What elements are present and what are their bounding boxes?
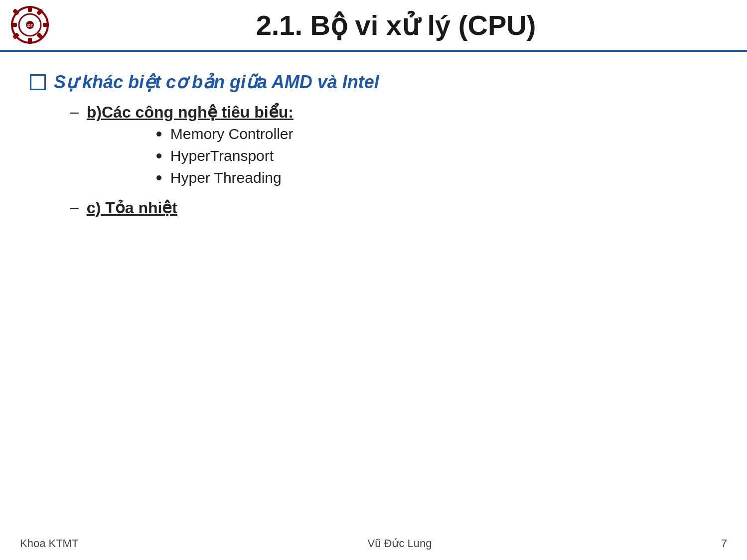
svg-text:IoT: IoT: [26, 23, 33, 28]
section-title: Sự khác biệt cơ bản giữa AMD và Intel: [54, 72, 379, 93]
svg-rect-10: [12, 8, 19, 15]
bullet-text: HyperTransport: [170, 147, 274, 164]
checkbox-icon: [30, 74, 46, 90]
dash-icon: –: [70, 103, 79, 121]
bullet-list: Memory Controller HyperTransport Hyper T…: [87, 126, 294, 186]
slide-body: Sự khác biệt cơ bản giữa AMD và Intel – …: [0, 52, 747, 262]
sub-item-label: c) Tỏa nhiệt: [87, 198, 177, 217]
dash-icon: –: [70, 198, 79, 217]
bullet-icon: [156, 175, 161, 180]
sub-item-label: b)Các công nghệ tiêu biểu:: [87, 103, 294, 121]
logo: IoT: [10, 5, 50, 45]
slide-footer: Khoa KTMT Vũ Đức Lung 7: [0, 537, 747, 550]
bullet-text: Hyper Threading: [170, 169, 282, 186]
footer-center: Vũ Đức Lung: [368, 537, 432, 550]
bullet-icon: [156, 153, 161, 158]
svg-rect-3: [28, 6, 32, 12]
slide-title: 2.1. Bộ vi xử lý (CPU): [60, 9, 732, 41]
slide-header: IoT 2.1. Bộ vi xử lý (CPU): [0, 0, 747, 52]
bullet-icon: [156, 132, 161, 137]
section-heading: Sự khác biệt cơ bản giữa AMD và Intel: [30, 72, 717, 93]
footer-left: Khoa KTMT: [20, 537, 78, 550]
list-item: – b)Các công nghệ tiêu biểu: Memory Cont…: [70, 103, 717, 193]
list-item: Hyper Threading: [156, 169, 294, 186]
bullet-text: Memory Controller: [170, 126, 294, 142]
svg-rect-5: [11, 23, 17, 27]
svg-rect-6: [43, 23, 49, 27]
sub-list: – b)Các công nghệ tiêu biểu: Memory Cont…: [30, 103, 717, 217]
list-item: Memory Controller: [156, 126, 294, 142]
list-item: – c) Tỏa nhiệt: [70, 198, 717, 217]
svg-rect-4: [28, 38, 32, 44]
list-item: HyperTransport: [156, 147, 294, 164]
footer-page: 7: [721, 537, 727, 550]
